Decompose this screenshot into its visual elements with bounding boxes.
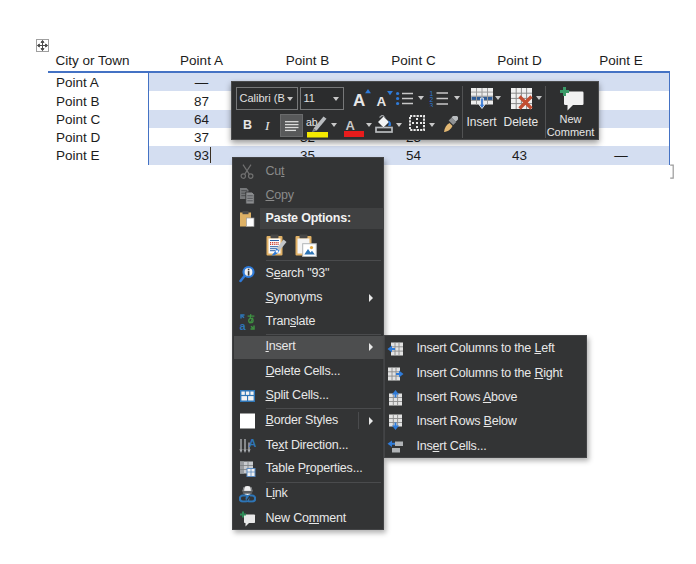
svg-text:A: A xyxy=(249,437,257,449)
svg-text:a: a xyxy=(240,320,247,331)
svg-text:3: 3 xyxy=(429,101,433,107)
